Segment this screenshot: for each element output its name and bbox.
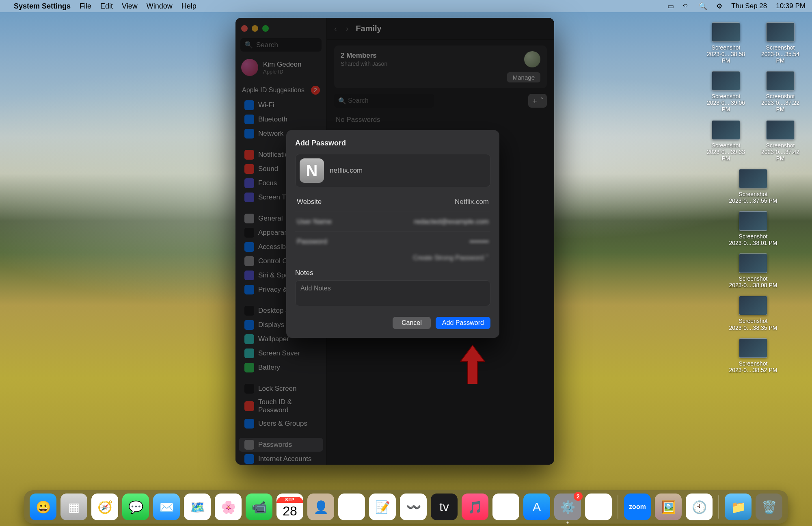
desktop-file[interactable]: Screenshot 2023-0....39.33 PM (706, 120, 746, 162)
screenshot-thumbnail-icon (739, 169, 767, 188)
folder-pictures-icon: 📁 (731, 500, 746, 514)
tv-icon: tv (439, 500, 449, 514)
desktop-file-label: Screenshot 2023-0....38.35 PM (729, 318, 777, 331)
desktop-file[interactable]: Screenshot 2023-0....37.42 PM (760, 120, 801, 162)
battery-icon[interactable]: ▭ (667, 2, 674, 11)
safari-icon: 🧭 (97, 500, 112, 514)
create-strong-password-button[interactable]: Create Strong Password ˅ (295, 251, 490, 262)
dock-badge: 2 (574, 492, 583, 501)
settings-icon: ⚙️ (560, 500, 575, 514)
desktop-file[interactable]: Screenshot 2023-0....38.01 PM (706, 211, 801, 246)
username-row[interactable]: User Name redacted@example.com (295, 213, 490, 231)
website-input-card: N netflix.com (295, 154, 490, 187)
trash-icon: 🗑️ (762, 500, 777, 514)
desktop-file[interactable]: Screenshot 2023-0....37.55 PM (706, 169, 801, 204)
password-value: •••••••• (469, 238, 489, 246)
music-icon: 🎵 (468, 500, 483, 514)
dock-finder[interactable]: 😀 (30, 494, 56, 520)
desktop-file-label: Screenshot 2023-0....37.22 PM (760, 93, 801, 113)
dock-freeform[interactable]: 〰️ (400, 494, 427, 520)
add-password-modal: Add Password N netflix.com Website Netfl… (286, 130, 499, 338)
dock-maps[interactable]: 🗺️ (184, 494, 211, 520)
dock-photos[interactable]: 🌸 (215, 494, 242, 520)
dock-messages[interactable]: 💬 (122, 494, 149, 520)
menubar-date[interactable]: Thu Sep 28 (731, 2, 767, 10)
screenshot-thumbnail-icon (712, 120, 740, 140)
screenshot-thumbnail-icon (766, 22, 795, 42)
desktop-file-label: Screenshot 2023-0....38.08 PM (729, 275, 777, 288)
menu-help[interactable]: Help (181, 2, 197, 11)
spotlight-icon[interactable]: 🔍 (699, 2, 707, 11)
website-input[interactable]: netflix.com (330, 167, 363, 175)
contacts-icon: 👤 (313, 500, 328, 514)
wifi-icon[interactable]: ᯤ (683, 2, 690, 10)
desktop-file[interactable]: Screenshot 2023-0....38.35 PM (706, 296, 801, 331)
control-center-icon[interactable]: ⚙ (716, 2, 722, 11)
add-password-button[interactable]: Add Password (436, 317, 490, 329)
screenshot-thumbnail-icon (766, 120, 795, 140)
dock: 😀▦🧭💬✉️🗺️🌸📹SEP28👤☰📝〰️tv🎵NA⚙️2bzoom🖼️🕙📁🗑️ (24, 490, 788, 524)
menu-view[interactable]: View (122, 2, 138, 11)
finder-icon: 😀 (36, 500, 51, 514)
menu-file[interactable]: File (80, 2, 91, 11)
desktop-file-label: Screenshot 2023-0....38.52 PM (729, 360, 777, 373)
menubar: System Settings File Edit View Window He… (0, 0, 812, 12)
dock-trash[interactable]: 🗑️ (756, 494, 782, 520)
menubar-app-name[interactable]: System Settings (14, 2, 71, 11)
cancel-button[interactable]: Cancel (393, 317, 431, 329)
dock-calendar[interactable]: SEP28 (276, 494, 303, 520)
calendar-day-label: 28 (283, 503, 297, 517)
website-label: Website (297, 198, 322, 206)
desktop-file-label: Screenshot 2023-0....38.58 PM (706, 44, 746, 64)
desktop-file[interactable]: Screenshot 2023-0....38.08 PM (706, 253, 801, 288)
desktop-file-label: Screenshot 2023-0....39.33 PM (706, 142, 746, 162)
dock-safari[interactable]: 🧭 (91, 494, 118, 520)
dock-clock[interactable]: 🕙 (686, 494, 713, 520)
desktop-file[interactable]: Screenshot 2023-0....37.22 PM (760, 71, 801, 113)
menubar-time[interactable]: 10:39 PM (776, 2, 806, 10)
dock-settings[interactable]: ⚙️2 (554, 494, 581, 520)
dock-facetime[interactable]: 📹 (246, 494, 272, 520)
dock-zoom[interactable]: zoom (624, 494, 651, 520)
facetime-icon: 📹 (252, 500, 267, 514)
screenshot-thumbnail-icon (739, 211, 767, 231)
screenshot-thumbnail-icon (712, 71, 740, 91)
freeform-icon: 〰️ (406, 500, 421, 514)
desktop-file-label: Screenshot 2023-0....39.06 PM (706, 93, 746, 113)
dock-contacts[interactable]: 👤 (307, 494, 334, 520)
menu-edit[interactable]: Edit (100, 2, 113, 11)
appstore-icon: A (533, 500, 541, 514)
password-row[interactable]: Password •••••••• (295, 233, 490, 251)
desktop-file-label: Screenshot 2023-0....37.55 PM (729, 191, 777, 204)
dock-mail[interactable]: ✉️ (153, 494, 180, 520)
desktop-file[interactable]: Screenshot 2023-0....35.54 PM (760, 22, 801, 64)
dock-launchpad[interactable]: ▦ (60, 494, 87, 520)
desktop-file[interactable]: Screenshot 2023-0....38.58 PM (706, 22, 746, 64)
reminders-icon: ☰ (346, 500, 357, 514)
chevron-down-icon: ˅ (486, 254, 489, 261)
dock-music[interactable]: 🎵 (462, 494, 488, 520)
calendar-month-label: SEP (276, 497, 303, 503)
desktop-file-label: Screenshot 2023-0....38.01 PM (729, 233, 777, 246)
news-icon: N (501, 500, 510, 514)
dock-bing[interactable]: b (585, 494, 612, 520)
dock-tv[interactable]: tv (431, 494, 458, 520)
password-label: Password (297, 238, 327, 246)
dock-notes[interactable]: 📝 (369, 494, 396, 520)
modal-title: Add Password (295, 139, 490, 147)
notes-icon: 📝 (375, 500, 390, 514)
dock-reminders[interactable]: ☰ (338, 494, 365, 520)
menu-window[interactable]: Window (147, 2, 173, 11)
desktop-file[interactable]: Screenshot 2023-0....39.06 PM (706, 71, 746, 113)
dock-appstore[interactable]: A (523, 494, 550, 520)
dock-preview-doc[interactable]: 🖼️ (655, 494, 682, 520)
desktop-file[interactable]: Screenshot 2023-0....38.52 PM (706, 338, 801, 373)
dock-news[interactable]: N (492, 494, 519, 520)
maps-icon: 🗺️ (190, 500, 205, 514)
bing-icon: b (595, 500, 602, 514)
menubar-status: ▭ ᯤ 🔍 ⚙ Thu Sep 28 10:39 PM (667, 2, 806, 11)
notes-input[interactable]: Add Notes (295, 280, 490, 306)
desktop-icons-region: Screenshot 2023-0....38.58 PMScreenshot … (706, 22, 803, 373)
notes-label: Notes (295, 269, 490, 277)
dock-folder-pictures[interactable]: 📁 (725, 494, 752, 520)
